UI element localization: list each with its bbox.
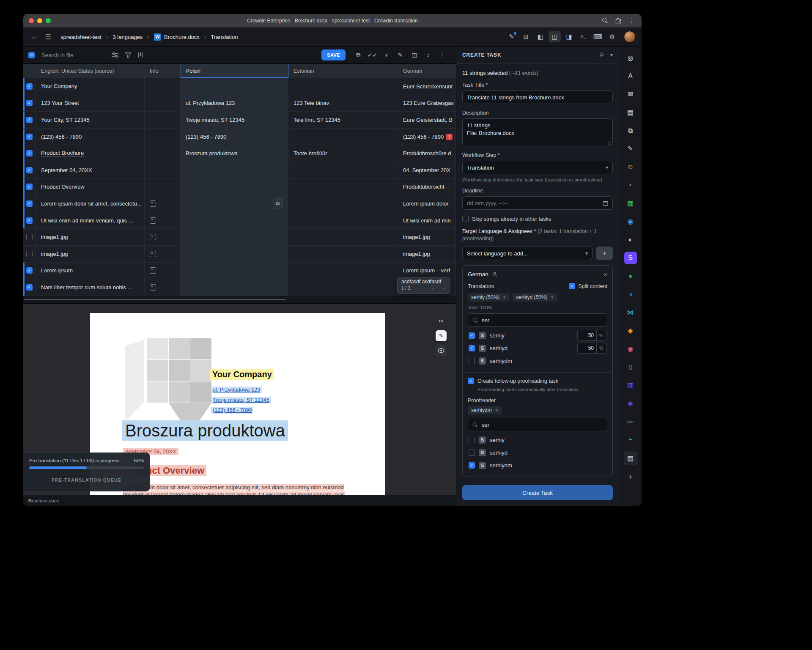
estonian-cell[interactable]: Toote brošüür <box>288 145 398 162</box>
string-row[interactable]: image1.jpgimage1.jpg <box>23 246 456 263</box>
drag-handle-icon[interactable] <box>436 315 447 326</box>
estonian-cell[interactable] <box>288 279 398 296</box>
polish-cell[interactable]: (123) 456 - 7890 <box>181 129 288 145</box>
scrollbar-thumb[interactable] <box>24 299 286 300</box>
prev-match-icon[interactable]: ← <box>431 285 436 291</box>
percent-input[interactable]: 50% <box>577 330 606 341</box>
create-task-button[interactable]: Create Task <box>462 485 613 500</box>
polish-cell[interactable] <box>181 263 288 279</box>
source-cell[interactable]: Your City, ST 12345 <box>36 112 145 128</box>
menu-button[interactable]: ☰ <box>43 33 54 41</box>
panel-bottom-icon[interactable]: ◫ <box>549 31 561 42</box>
edit-icon[interactable]: ✎ <box>394 49 406 60</box>
row-checkbox[interactable] <box>26 234 33 240</box>
string-row[interactable]: ✓Product BrochureBroszura produktowaToot… <box>23 145 456 162</box>
row-checkbox[interactable]: ✓ <box>26 100 33 106</box>
language-select[interactable]: Select language to add... <box>462 247 593 260</box>
extensions-icon[interactable] <box>615 18 621 24</box>
polish-cell[interactable] <box>181 279 288 296</box>
row-checkbox[interactable] <box>26 251 33 257</box>
estonian-cell[interactable] <box>288 229 398 245</box>
notes-icon[interactable]: ▯ <box>624 361 637 373</box>
task-title-input[interactable]: Translate 11 strings from Brochure.docx <box>462 91 613 104</box>
option-checkbox[interactable] <box>469 358 475 364</box>
split-view-icon[interactable]: ◫ <box>408 49 420 60</box>
german-cell[interactable]: Ut wisi enim ad min <box>398 212 456 229</box>
row-checkbox[interactable]: ✓ <box>26 200 33 207</box>
string-row[interactable]: image1.jpgimage1.jpg <box>23 229 456 246</box>
panel-right-icon[interactable]: ◨ <box>563 31 575 42</box>
column-header-estonian[interactable]: Estonian <box>288 64 398 78</box>
browser-menu-icon[interactable]: ⋮ <box>629 17 635 24</box>
source-cell[interactable]: image1.jpg <box>36 246 145 262</box>
followup-proofreading-checkbox[interactable]: ✓ <box>468 378 474 384</box>
edit-preview-icon[interactable]: ✎ <box>436 330 447 341</box>
estonian-cell[interactable] <box>288 78 398 95</box>
estonian-cell[interactable] <box>288 179 398 195</box>
preview-address-block[interactable]: ul. Przykładowa 123 Twoje miasto, ST 123… <box>211 387 271 414</box>
row-checkbox[interactable]: ✓ <box>26 134 33 140</box>
select-all-checkbox[interactable] <box>28 52 35 58</box>
preview-title[interactable]: Broszura produktowa <box>122 421 288 440</box>
estonian-cell[interactable] <box>288 129 398 145</box>
polish-cell[interactable]: ul. Przykładowa 123 <box>181 95 288 112</box>
column-header-polish[interactable]: Polish <box>181 64 288 78</box>
pretranslation-queue-link[interactable]: PRE-TRANSLATION QUEUE <box>29 474 144 483</box>
source-cell[interactable]: Product Brochure <box>36 145 145 162</box>
german-cell[interactable]: Produktübersicht – <box>398 179 456 195</box>
doc-edit-icon[interactable]: ✎ <box>624 143 637 155</box>
browser-search-icon[interactable] <box>602 18 608 23</box>
german-cell[interactable]: (123) 456 - 7890! <box>398 129 456 145</box>
option-checkbox[interactable] <box>469 450 475 456</box>
breadcrumb-file[interactable]: W Brochure.docx <box>154 33 200 41</box>
remove-icon[interactable]: × <box>495 407 498 413</box>
estonian-cell[interactable]: Teie linn, ST 12345 <box>288 112 398 128</box>
german-cell[interactable]: Produktbroschüre d <box>398 145 456 162</box>
camera-icon[interactable]: ◉ <box>624 215 637 228</box>
minimize-button[interactable] <box>37 18 42 23</box>
estonian-cell[interactable] <box>288 212 398 229</box>
polish-cell[interactable] <box>181 78 288 95</box>
request-icon[interactable]: ✎ <box>505 31 518 42</box>
add-icon[interactable]: + <box>624 471 637 483</box>
column-header-info[interactable]: Info <box>145 64 181 78</box>
string-row[interactable]: ✓123 Your Streetul. Przykładowa 123123 T… <box>23 95 456 112</box>
green-dot-icon[interactable]: ◓ <box>624 433 637 446</box>
german-cell[interactable]: image1.jpg <box>398 246 456 262</box>
shortcuts-icon[interactable]: ⌨ <box>592 31 604 42</box>
eye-app-icon[interactable]: ◉ <box>624 343 637 355</box>
percent-input[interactable]: 50% <box>577 343 606 354</box>
console-icon[interactable]: >_ <box>577 31 590 42</box>
expand-vertical-icon[interactable]: ↕ <box>422 49 434 60</box>
save-button[interactable]: SAVE <box>321 49 346 60</box>
source-cell[interactable]: (123) 456 - 7890 <box>36 129 145 145</box>
assignee-option[interactable]: Sserhiydm <box>468 354 607 367</box>
german-cell[interactable]: Lorem ipsum – verf <box>398 263 456 279</box>
source-cell[interactable]: Nam liber tempor cum soluta nobis ... <box>36 279 145 296</box>
row-checkbox[interactable]: ✓ <box>26 83 33 90</box>
source-cell[interactable]: Your Company <box>36 78 145 95</box>
estonian-cell[interactable] <box>288 246 398 262</box>
breadcrumb-languages[interactable]: 3 languages <box>113 34 143 40</box>
translate-icon[interactable]: A <box>624 70 637 82</box>
proofreader-search-input[interactable]: ser <box>468 418 607 431</box>
source-cell[interactable]: Ut wisi enim ad minim veniam, quis ... <box>36 212 145 229</box>
target-icon[interactable]: ◑ <box>624 288 637 301</box>
s-badge-icon[interactable]: S <box>624 252 637 264</box>
row-checkbox[interactable]: ✓ <box>26 150 33 156</box>
table-view-icon[interactable]: ⊞ <box>520 31 532 42</box>
skip-strings-checkbox[interactable] <box>462 216 469 222</box>
form-icon[interactable]: ▤ <box>624 452 637 465</box>
german-cell[interactable]: Eure Geisterstadt, B <box>398 112 456 128</box>
browser-icon[interactable]: ◐ <box>624 233 637 246</box>
smiley-icon[interactable]: ☺ <box>624 161 637 173</box>
string-row[interactable]: ✓(123) 456 - 7890(123) 456 - 7890(123) 4… <box>23 129 456 145</box>
preview-company-name[interactable]: Your Company <box>210 370 274 379</box>
toggle-highlight-icon[interactable] <box>436 345 447 356</box>
description-input[interactable]: 11 strings File: Brochure.docx <box>462 118 613 146</box>
more-options-icon[interactable]: ⋮ <box>436 49 448 60</box>
row-checkbox[interactable]: ✓ <box>26 184 33 190</box>
polish-cell[interactable]: ⧉ <box>181 195 288 212</box>
string-row[interactable]: ✓Ut wisi enim ad minim veniam, quis ...U… <box>23 212 456 229</box>
remove-icon[interactable]: × <box>551 294 554 300</box>
